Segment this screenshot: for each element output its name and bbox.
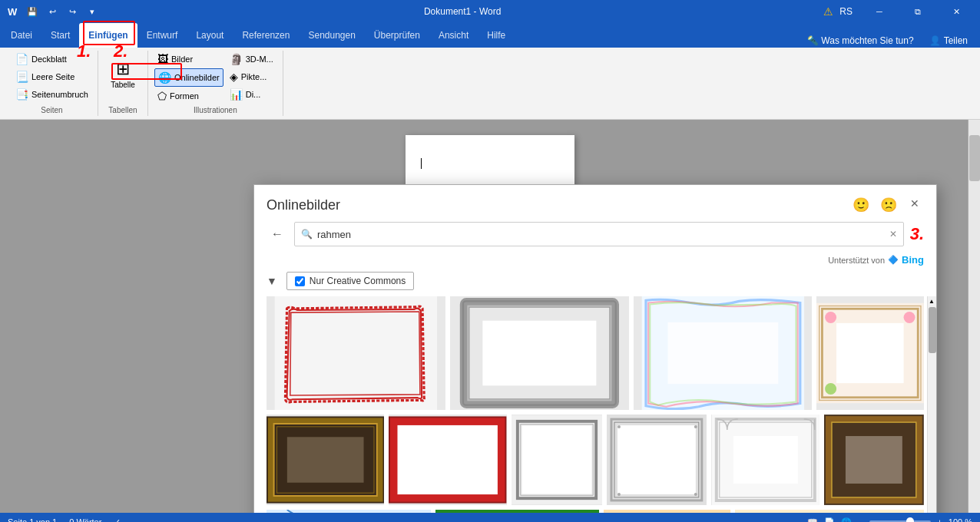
tab-hilfe[interactable]: Hilfe	[478, 23, 515, 48]
search-bar: ← 🔍 ✕ 3.	[254, 222, 936, 253]
close-button[interactable]: ✕	[939, 0, 974, 23]
bing-credit: Unterstützt von 🔷 Bing	[254, 253, 936, 269]
image-thumb-14[interactable]	[735, 510, 924, 513]
bilder-icon: 🖼	[157, 53, 168, 65]
image-thumb-1[interactable]	[267, 296, 445, 410]
vertical-scrollbar[interactable]	[968, 120, 980, 513]
back-button[interactable]: ←	[267, 223, 288, 245]
view-web-icon[interactable]: 🌐	[841, 517, 852, 523]
window-title: Dokument1 - Word	[101, 6, 823, 17]
view-read-icon[interactable]: 📖	[807, 517, 818, 523]
zoom-out-button[interactable]: ─	[858, 517, 864, 522]
3d-button[interactable]: 🗿 3D-M...	[227, 51, 276, 68]
svg-point-34	[694, 425, 697, 428]
svg-text:W: W	[8, 6, 18, 18]
minimize-button[interactable]: ─	[862, 0, 897, 23]
leere-seite-icon: 📃	[15, 71, 28, 83]
onlinebilder-icon: 🌐	[158, 71, 171, 84]
search-input[interactable]	[317, 229, 889, 240]
view-print-icon[interactable]: 📄	[824, 517, 835, 523]
user-initials: RS	[839, 6, 853, 17]
svg-rect-9	[667, 322, 778, 384]
image-thumb-5[interactable]	[267, 415, 384, 505]
image-thumb-13[interactable]	[604, 510, 730, 513]
scrollbar-thumb-image[interactable]	[929, 307, 936, 353]
image-thumb-2[interactable]	[450, 296, 629, 410]
image-thumb-10[interactable]	[824, 415, 924, 505]
illus-col1: 🖼 Bilder 🌐 Onlinebilder ⬠ Formen	[154, 51, 223, 104]
creative-commons-filter[interactable]: Nur Creative Commons	[286, 272, 414, 290]
proofing-icon[interactable]: ✓	[114, 517, 121, 523]
image-thumb-7[interactable]	[512, 415, 602, 505]
word-count: 0 Wörter	[69, 517, 101, 523]
image-thumb-8[interactable]	[607, 415, 707, 505]
scrollbar-up-arrow[interactable]: ▲	[928, 296, 935, 306]
filter-row: ▼ Nur Creative Commons	[254, 269, 936, 296]
tab-sendungen[interactable]: Sendungen	[299, 23, 364, 48]
3d-icon: 🗿	[230, 53, 243, 65]
tab-start[interactable]: Start	[41, 23, 79, 48]
seiten-label: Seiten	[12, 104, 91, 116]
tab-ansicht[interactable]: Ansicht	[429, 23, 478, 48]
pikte-button[interactable]: ◈ Pikte...	[227, 68, 276, 85]
diagramm-button[interactable]: 📊 Di...	[227, 86, 276, 103]
undo-qa-button[interactable]: ↩	[43, 2, 61, 21]
page-indicator: Seite 1 von 1	[8, 517, 57, 523]
dialog-close-button[interactable]: ✕	[906, 194, 924, 213]
svg-point-35	[617, 493, 621, 496]
image-thumb-12[interactable]	[435, 510, 600, 513]
positive-feedback-button[interactable]: 🙂	[850, 194, 872, 216]
tab-datei[interactable]: Datei	[2, 23, 41, 48]
title-bar: W 💾 ↩ ↪ ▾ Dokument1 - Word ⚠ RS ─ ⧉ ✕	[0, 0, 980, 23]
step-3-label: 3.	[910, 224, 924, 244]
onlinebilder-button[interactable]: 🌐 Onlinebilder	[154, 68, 223, 87]
scrollbar-thumb[interactable]	[969, 135, 980, 181]
redo-qa-button[interactable]: ↪	[63, 2, 81, 21]
illus-col2: 🗿 3D-M... ◈ Pikte... 📊 Di...	[227, 51, 276, 103]
step-1-label: 1.	[77, 41, 91, 61]
help-search[interactable]: 🔦 Was möchten Sie tun?	[807, 35, 914, 46]
onlinebilder-dialog: Onlinebilder 🙂 🙁 ✕ ← 🔍 ✕ 3. Unterstützt …	[253, 184, 937, 513]
tab-layout[interactable]: Layout	[187, 23, 233, 48]
tabelle-icon: ⊞	[116, 59, 130, 79]
text-cursor	[421, 158, 422, 169]
svg-point-14	[904, 312, 915, 323]
filter-icon[interactable]: ▼	[267, 275, 277, 287]
title-bar-left: W 💾 ↩ ↪ ▾	[6, 2, 101, 21]
svg-point-15	[826, 383, 837, 395]
image-thumb-9[interactable]	[711, 415, 820, 505]
negative-feedback-button[interactable]: 🙁	[878, 194, 899, 216]
image-grid-scrollbar[interactable]: ▲ ▼	[927, 296, 936, 513]
ribbon-content: 1. 2. 📄 Deckblatt 📃 Leere Seite 📑 Seiten…	[0, 48, 980, 120]
svg-rect-40	[733, 436, 797, 484]
image-row-1	[267, 296, 924, 410]
zoom-level[interactable]: 100 %	[949, 517, 972, 522]
ribbon-group-illustrationen: 🖼 Bilder 🌐 Onlinebilder ⬠ Formen 🗿 3D-M.…	[148, 51, 283, 116]
title-bar-controls: ⚠ RS ─ ⧉ ✕	[823, 0, 974, 23]
image-thumb-11[interactable]	[267, 510, 431, 513]
seitenumbruch-button[interactable]: 📑 Seitenumbruch	[12, 86, 91, 103]
share-button[interactable]: 👤 Teilen	[923, 34, 974, 48]
image-row-3	[267, 510, 924, 513]
seitenumbruch-icon: 📑	[15, 88, 28, 101]
status-bar: Seite 1 von 1 0 Wörter ✓ 📖 📄 🌐 ─ + 100 %	[0, 513, 980, 522]
zoom-in-button[interactable]: +	[937, 517, 942, 522]
image-grid: ▲ ▼	[254, 296, 936, 513]
restore-button[interactable]: ⧉	[900, 0, 935, 23]
leere-seite-button[interactable]: 📃 Leere Seite	[12, 68, 91, 85]
image-thumb-6[interactable]	[389, 415, 506, 505]
search-clear-button[interactable]: ✕	[889, 229, 897, 240]
svg-rect-44	[846, 436, 902, 484]
customize-qa-button[interactable]: ▾	[83, 2, 101, 21]
save-qa-button[interactable]: 💾	[23, 2, 41, 21]
image-thumb-3[interactable]	[634, 296, 813, 410]
tab-entwurf[interactable]: Entwurf	[137, 23, 187, 48]
image-thumb-4[interactable]	[816, 296, 924, 410]
status-left: Seite 1 von 1 0 Wörter ✓	[8, 517, 121, 523]
cc-checkbox-input[interactable]	[295, 276, 305, 286]
formen-button[interactable]: ⬠ Formen	[154, 88, 223, 104]
step-2-label: 2.	[114, 41, 127, 61]
tab-ueberprufen[interactable]: Überprüfen	[365, 23, 429, 48]
bilder-button[interactable]: 🖼 Bilder	[154, 51, 223, 68]
tab-referenzen[interactable]: Referenzen	[233, 23, 299, 48]
